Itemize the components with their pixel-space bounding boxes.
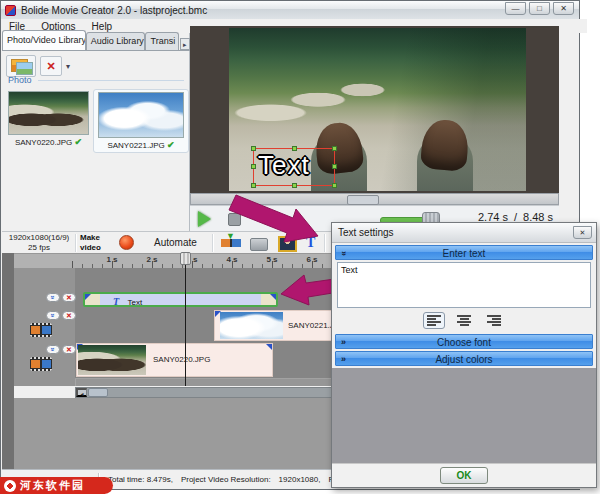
chevron-down-icon: » xyxy=(336,251,351,256)
video-track-icon xyxy=(30,323,52,337)
dialog-close-button[interactable]: ✕ xyxy=(573,226,592,239)
thumbnail-image[interactable] xyxy=(98,92,184,138)
selection-handle[interactable] xyxy=(332,183,337,188)
chevron-right-icon: » xyxy=(341,335,346,350)
clip-label: SANY0220.JPG xyxy=(153,355,210,364)
selection-handle[interactable] xyxy=(251,183,256,188)
selection-handle[interactable] xyxy=(251,146,256,151)
photo-section-label: Photo xyxy=(8,75,32,85)
status-resolution-label: Project Video Resolution: xyxy=(181,475,271,484)
remove-media-button[interactable]: ✕ xyxy=(40,56,62,76)
seek-thumb[interactable] xyxy=(347,195,379,205)
preview-frame: Text xyxy=(229,28,526,191)
choose-font-section-header[interactable]: » Choose font xyxy=(335,334,593,349)
adjust-colors-section-header[interactable]: » Adjust colors xyxy=(335,351,593,366)
clip-thumbnail xyxy=(78,345,146,375)
playhead-marker[interactable] xyxy=(180,252,191,265)
titlebar: Bolide Movie Creator 2.0 - lastproject.b… xyxy=(1,1,579,20)
minimize-button[interactable]: — xyxy=(505,2,526,15)
window-controls: — □ ✕ xyxy=(505,2,574,15)
alignment-buttons xyxy=(332,308,596,332)
collapse-track-button[interactable]: » xyxy=(46,311,60,320)
clip-corner-marker xyxy=(270,294,276,300)
ruler-label: 5 s xyxy=(261,255,283,264)
text-overlay[interactable]: Text xyxy=(258,150,310,181)
app-icon xyxy=(5,5,16,16)
align-right-button[interactable] xyxy=(483,312,505,329)
selection-handle[interactable] xyxy=(251,164,256,169)
collapse-track-button[interactable]: » xyxy=(46,293,60,302)
delete-track-button[interactable]: ✕ xyxy=(62,293,76,302)
close-button[interactable]: ✕ xyxy=(553,2,574,15)
toolbar-separator xyxy=(75,234,77,252)
selection-handle[interactable] xyxy=(292,146,297,151)
dialog-empty-area xyxy=(332,368,596,463)
thumbnail-image[interactable] xyxy=(8,91,89,135)
ruler-label: 2 s xyxy=(141,255,163,264)
menu-help[interactable]: Help xyxy=(92,21,113,32)
clip-corner-marker xyxy=(266,344,272,350)
window-title: Bolide Movie Creator 2.0 - lastproject.b… xyxy=(21,5,207,16)
enter-text-section-header[interactable]: » Enter text xyxy=(335,245,593,260)
chevron-down-icon[interactable]: ▾ xyxy=(66,62,70,71)
library-item-sany0221[interactable]: SANY0221.JPG ✔ xyxy=(93,89,189,153)
choose-font-label: Choose font xyxy=(437,337,491,348)
scrollbar-thumb[interactable] xyxy=(88,388,108,397)
screen-capture-icon[interactable] xyxy=(250,238,268,251)
banner-logo-icon xyxy=(4,480,16,492)
delete-track-button[interactable]: ✕ xyxy=(62,345,76,354)
site-banner: 河东软件园 xyxy=(0,477,113,494)
dialog-titlebar: Text settings ✕ xyxy=(332,223,596,243)
add-text-icon[interactable]: T xyxy=(306,236,315,250)
collapse-track-button[interactable]: » xyxy=(46,345,60,354)
automate-label[interactable]: Automate xyxy=(154,237,197,248)
playhead-line xyxy=(185,253,186,386)
photo-detail xyxy=(420,118,470,172)
add-media-button[interactable] xyxy=(6,55,36,77)
banner-site-name: 河东软件园 xyxy=(20,478,85,493)
tab-photo-video-library[interactable]: Photo/Video Library xyxy=(2,30,86,50)
play-button[interactable] xyxy=(198,211,211,227)
timeline-clip-sany0220[interactable]: SANY0220.JPG xyxy=(76,343,273,377)
maximize-button[interactable]: □ xyxy=(529,2,550,15)
scroll-left-button[interactable]: ◂ xyxy=(76,388,87,397)
preview-seekbar[interactable] xyxy=(190,193,559,205)
library-thumbnails: SANY0220.JPG ✔ SANY0221.JPG ✔ xyxy=(4,89,189,153)
arrow-down-icon: ▼ xyxy=(226,231,235,241)
selection-handle[interactable] xyxy=(292,183,297,188)
library-item-sany0220[interactable]: SANY0220.JPG ✔ xyxy=(4,89,93,149)
align-center-button[interactable] xyxy=(453,312,475,329)
selection-handle[interactable] xyxy=(332,146,337,151)
text-overlay-selection[interactable]: Text xyxy=(253,148,335,186)
status-total-time: Total time: 8.479s, xyxy=(108,475,173,484)
ruler-label: 4 s xyxy=(221,255,243,264)
tab-audio-library[interactable]: Audio Library xyxy=(86,32,146,50)
library-toolbar: ✕ ▾ xyxy=(6,55,70,77)
tab-transitions[interactable]: Transi xyxy=(145,32,178,50)
adjust-colors-label: Adjust colors xyxy=(435,354,492,365)
tab-scroll-button[interactable]: ▸ xyxy=(180,38,190,50)
text-input[interactable]: Text xyxy=(337,262,591,308)
ok-button[interactable]: OK xyxy=(440,467,488,484)
photo-stack-icon xyxy=(16,62,33,75)
library-panel: Photo/Video Library Audio Library Transi… xyxy=(2,33,190,231)
video-track-icon xyxy=(30,357,52,371)
clip-corner-marker xyxy=(85,294,91,300)
stop-button[interactable] xyxy=(228,213,241,226)
screenshot-canvas: Bolide Movie Creator 2.0 - lastproject.b… xyxy=(0,0,600,494)
toolbar-separator xyxy=(212,234,214,252)
clip-thumbnail xyxy=(220,312,283,339)
toolbar-separator xyxy=(324,234,326,252)
status-resolution-value: 1920x1080, xyxy=(279,475,321,484)
make-video-button[interactable]: Make video xyxy=(80,233,112,253)
ruler-label: 1 s xyxy=(101,255,123,264)
selection-handle[interactable] xyxy=(332,164,337,169)
add-image-icon[interactable] xyxy=(278,236,297,252)
record-button[interactable] xyxy=(119,235,134,250)
library-tabs: Photo/Video Library Audio Library Transi… xyxy=(2,33,190,51)
delete-track-button[interactable]: ✕ xyxy=(62,311,76,320)
photo-section-header: Photo xyxy=(8,75,184,85)
align-left-button[interactable] xyxy=(423,312,445,329)
chevron-right-icon: » xyxy=(341,352,346,367)
timeline-clip-text[interactable]: T Text xyxy=(83,292,278,307)
